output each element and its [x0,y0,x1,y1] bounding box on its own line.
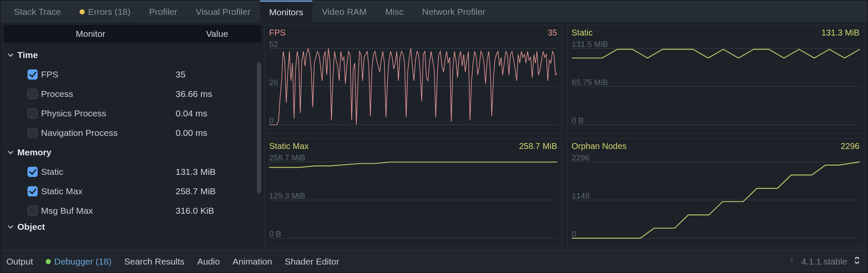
chevron-down-icon [7,223,14,230]
monitor-item-process[interactable]: Process 36.66 ms [4,84,261,104]
tab-errors[interactable]: Errors (18) [70,0,140,22]
tab-label: Debugger (18) [54,256,111,267]
monitor-group-memory[interactable]: Memory [4,143,261,162]
checkbox[interactable] [28,167,38,177]
monitor-label: Physics Process [41,108,172,119]
tab-label: Video RAM [322,7,366,17]
tab-misc[interactable]: Misc [376,0,413,22]
monitor-item-physics-process[interactable]: Physics Process 0.04 ms [4,104,261,123]
monitor-value: 258.7 MiB [176,186,261,196]
svg-text:129.3 MiB: 129.3 MiB [269,191,306,200]
monitor-label: FPS [41,69,172,80]
monitor-tree-body[interactable]: Time FPS 35 Process 36.66 ms P [4,43,261,250]
monitor-item-navigation-process[interactable]: Navigation Process 0.00 ms [4,123,261,143]
warning-dot-icon [80,9,85,14]
monitor-value: 0.00 ms [176,128,261,138]
tab-label: Misc [385,7,403,17]
monitor-item-static-max[interactable]: Static Max 258.7 MiB [4,182,261,201]
tab-label: Audio [197,256,220,267]
bottom-tab-debugger[interactable]: Debugger (18) [46,256,111,267]
monitor-tree-header: Monitor Value [4,25,261,43]
tab-label: Profiler [149,7,177,17]
svg-text:0 B: 0 B [269,229,281,238]
monitor-label: Static [41,167,172,177]
chart-static[interactable]: Static 131.3 MiB 131.5 MiB 65.75 MiB 0 B [567,25,865,133]
monitor-item-msg-buf-max[interactable]: Msg Buf Max 316.0 KiB [4,201,261,221]
expand-bottom-panel-icon[interactable] [852,256,862,267]
tab-profiler[interactable]: Profiler [140,0,187,22]
debugger-panel: Stack Trace Errors (18) Profiler Visual … [0,0,868,273]
monitor-label: Process [41,89,172,99]
bottom-tab-animation[interactable]: Animation [233,256,272,267]
tab-label: Animation [233,256,272,267]
checkbox[interactable] [28,206,38,216]
tab-visual-profiler[interactable]: Visual Profiler [187,0,260,22]
scrollbar[interactable] [257,62,261,193]
svg-text:131.5 MiB: 131.5 MiB [572,40,608,48]
version-label[interactable]: 4.1.1.stable [801,256,847,267]
running-dot-icon [46,259,51,264]
monitor-item-fps[interactable]: FPS 35 [4,65,261,84]
chevron-down-icon [7,149,14,156]
svg-text:0 B: 0 B [572,116,584,125]
tab-stack-trace[interactable]: Stack Trace [5,0,70,22]
svg-text:0: 0 [269,116,274,125]
monitor-tree: Monitor Value Time FPS 35 [4,25,261,250]
bottom-tab-audio[interactable]: Audio [197,256,220,267]
chart-orphan-nodes[interactable]: Orphan Nodes 2296 2296 1148 0 [567,138,865,247]
debugger-tabs: Stack Trace Errors (18) Profiler Visual … [0,0,868,22]
monitor-charts: FPS 35 52 26 0 Static 131.3 MiB [265,25,864,250]
tab-video-ram[interactable]: Video RAM [312,0,376,22]
checkbox[interactable] [28,89,38,99]
tab-label: Shader Editor [285,256,339,267]
svg-text:65.75 MiB: 65.75 MiB [572,78,608,86]
pin-icon[interactable] [788,256,796,267]
monitor-value: 131.3 MiB [176,167,261,177]
checkbox[interactable] [28,108,38,119]
tab-monitors[interactable]: Monitors [260,0,313,22]
bottom-dock-tabs: Output Debugger (18) Search Results Audi… [0,250,868,273]
group-label: Time [17,50,38,60]
monitor-value: 35 [176,69,261,80]
bottom-tab-output[interactable]: Output [6,256,33,267]
chevron-down-icon [7,52,14,58]
tab-label: Network Profiler [422,7,485,17]
monitors-main: Monitor Value Time FPS 35 [0,22,868,250]
monitor-label: Static Max [41,186,172,196]
checkbox[interactable] [28,128,38,138]
tab-label: Search Results [124,256,184,267]
bottom-tab-shader-editor[interactable]: Shader Editor [285,256,339,267]
chart-static-max[interactable]: Static Max 258.7 MiB 258.7 MiB 129.3 MiB… [265,138,562,247]
svg-text:258.7 MiB: 258.7 MiB [269,153,306,162]
svg-text:26: 26 [269,78,278,86]
version-area: 4.1.1.stable [788,256,862,267]
svg-text:1148: 1148 [572,191,590,200]
group-label: Memory [17,147,52,157]
tab-label: Output [6,256,33,267]
header-value-col[interactable]: Value [177,29,261,39]
tab-label: Stack Trace [14,7,61,17]
checkbox[interactable] [28,69,38,80]
monitor-value: 36.66 ms [176,89,261,99]
checkbox[interactable] [28,186,38,196]
monitor-item-static[interactable]: Static 131.3 MiB [4,162,261,182]
bottom-tab-search-results[interactable]: Search Results [124,256,184,267]
monitor-label: Navigation Process [41,128,172,138]
monitor-value: 316.0 KiB [176,206,261,216]
monitor-label: Msg Buf Max [41,206,172,216]
monitor-value: 0.04 ms [176,108,261,119]
tab-label: Visual Profiler [196,7,251,17]
svg-text:52: 52 [269,40,278,48]
svg-text:0: 0 [572,229,576,238]
chart-fps[interactable]: FPS 35 52 26 0 [265,25,562,133]
monitor-group-time[interactable]: Time [4,45,261,65]
group-label: Object [17,222,45,232]
monitor-group-object[interactable]: Object [4,221,261,233]
tab-label: Monitors [269,7,303,17]
header-monitor-col[interactable]: Monitor [4,29,177,39]
tab-network-profiler[interactable]: Network Profiler [413,0,495,22]
tab-label: Errors (18) [88,7,130,17]
svg-text:2296: 2296 [572,153,590,162]
